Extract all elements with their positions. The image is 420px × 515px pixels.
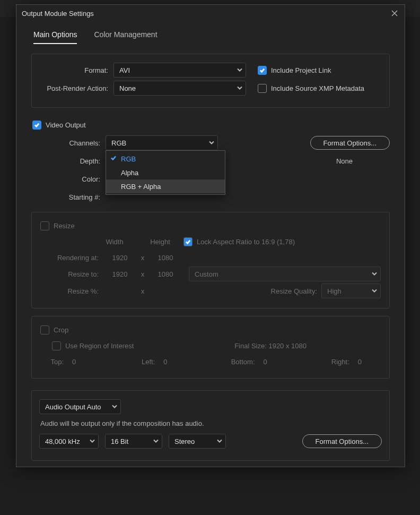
audio-panel: Audio Output Auto Audio will be output o… bbox=[31, 390, 390, 461]
audio-rate-select[interactable]: 48,000 kHz bbox=[39, 434, 99, 449]
resize-quality-label: Resize Quality: bbox=[271, 287, 317, 295]
include-project-link-checkbox[interactable] bbox=[258, 66, 267, 75]
audio-format-options-button[interactable]: Format Options... bbox=[302, 434, 382, 448]
channels-option-alpha[interactable]: Alpha bbox=[106, 166, 225, 179]
rendering-height: 1080 bbox=[150, 254, 181, 262]
lock-aspect-label[interactable]: Lock Aspect Ratio to 16:9 (1,78) bbox=[197, 238, 295, 246]
chevron-down-icon bbox=[237, 66, 242, 74]
chevron-down-icon bbox=[237, 84, 242, 92]
resize-preset-select[interactable]: Custom bbox=[189, 267, 381, 281]
dialog-title: Output Module Settings bbox=[22, 10, 94, 18]
format-label: Format: bbox=[39, 66, 113, 74]
resize-label[interactable]: Resize bbox=[54, 222, 75, 230]
crop-top-label: Top: bbox=[40, 358, 69, 366]
audio-output-mode-select[interactable]: Audio Output Auto bbox=[39, 399, 121, 414]
audio-note: Audio will be output only if the composi… bbox=[40, 419, 382, 427]
height-header: Height bbox=[144, 238, 176, 246]
post-render-select[interactable]: None bbox=[113, 81, 246, 96]
audio-channels-select[interactable]: Stereo bbox=[169, 434, 226, 449]
channels-option-rgb[interactable]: RGB bbox=[106, 152, 225, 166]
check-icon bbox=[110, 155, 117, 163]
resize-checkbox[interactable] bbox=[40, 221, 49, 230]
audio-bits-select[interactable]: 16 Bit bbox=[105, 434, 162, 449]
width-header: Width bbox=[99, 238, 130, 246]
starting-number-label: Starting #: bbox=[31, 193, 106, 201]
tab-color-management[interactable]: Color Management bbox=[94, 30, 157, 44]
resize-percent-label: Resize %: bbox=[40, 287, 104, 295]
crop-label[interactable]: Crop bbox=[54, 326, 68, 334]
format-select[interactable]: AVI bbox=[113, 63, 246, 78]
crop-left-label: Left: bbox=[132, 358, 160, 366]
channels-dropdown: RGB Alpha RGB + Alpha bbox=[106, 150, 225, 195]
format-panel: Format: AVI Include Project Link Post-Re… bbox=[31, 54, 390, 108]
crop-checkbox[interactable] bbox=[40, 325, 49, 334]
resize-to-height[interactable]: 1080 bbox=[150, 270, 181, 278]
resize-quality-select[interactable]: High bbox=[321, 284, 381, 298]
video-output-label[interactable]: Video Output bbox=[46, 121, 86, 129]
video-format-options-button[interactable]: Format Options... bbox=[310, 136, 390, 150]
resize-to-width[interactable]: 1920 bbox=[104, 270, 136, 278]
rendering-at-label: Rendering at: bbox=[40, 254, 104, 262]
video-codec-none: None bbox=[336, 157, 353, 165]
channels-select[interactable]: RGB bbox=[106, 135, 218, 150]
channels-label: Channels: bbox=[31, 139, 106, 147]
chevron-down-icon bbox=[217, 437, 222, 445]
include-project-link-label[interactable]: Include Project Link bbox=[271, 66, 331, 74]
post-render-label: Post-Render Action: bbox=[39, 84, 113, 92]
channels-option-rgb-alpha[interactable]: RGB + Alpha bbox=[106, 179, 225, 193]
crop-left-value[interactable]: 0 bbox=[163, 358, 167, 366]
video-output-checkbox[interactable] bbox=[32, 121, 41, 130]
chevron-down-icon bbox=[209, 139, 214, 147]
resize-to-label: Resize to: bbox=[40, 270, 104, 278]
depth-label: Depth: bbox=[31, 157, 106, 165]
use-roi-checkbox[interactable] bbox=[52, 341, 61, 350]
final-size-text: Final Size: 1920 x 1080 bbox=[234, 342, 307, 350]
use-roi-label[interactable]: Use Region of Interest bbox=[65, 342, 134, 350]
chevron-down-icon bbox=[90, 437, 95, 445]
crop-section: Crop Use Region of Interest Final Size: … bbox=[31, 316, 390, 379]
color-label: Color: bbox=[31, 175, 106, 183]
resize-section: Resize Width Height Lock Aspect Ratio to… bbox=[31, 212, 390, 308]
tab-main-options[interactable]: Main Options bbox=[33, 30, 77, 44]
output-module-settings-dialog: Output Module Settings Main Options Colo… bbox=[16, 4, 405, 467]
chevron-down-icon bbox=[153, 437, 159, 445]
crop-right-label: Right: bbox=[323, 358, 355, 366]
include-xmp-checkbox[interactable] bbox=[258, 84, 267, 93]
crop-bottom-value[interactable]: 0 bbox=[264, 358, 267, 366]
chevron-down-icon bbox=[372, 270, 377, 278]
crop-right-value[interactable]: 0 bbox=[358, 358, 362, 366]
chevron-down-icon bbox=[112, 403, 117, 411]
lock-aspect-checkbox[interactable] bbox=[183, 237, 192, 246]
close-icon[interactable] bbox=[390, 8, 399, 18]
crop-top-value[interactable]: 0 bbox=[72, 358, 76, 366]
crop-bottom-label: Bottom: bbox=[223, 358, 260, 366]
rendering-width: 1920 bbox=[104, 254, 136, 262]
include-xmp-label[interactable]: Include Source XMP Metadata bbox=[271, 84, 364, 92]
chevron-down-icon bbox=[372, 287, 377, 295]
